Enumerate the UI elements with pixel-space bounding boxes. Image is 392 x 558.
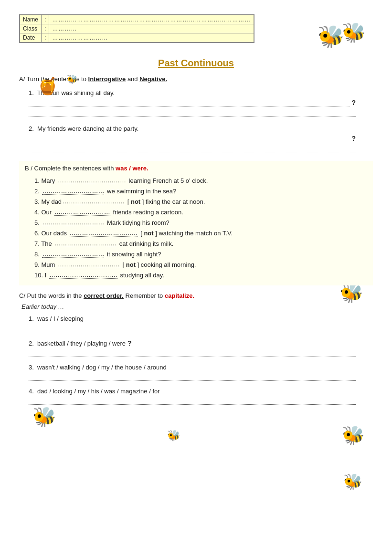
section-b-item-3: 3. My dad………………………… [ not ] fixing the c… <box>34 198 367 205</box>
section-a-dotted-2a <box>29 135 350 142</box>
class-label: Class <box>20 24 42 33</box>
section-c-item-2: 2. basketball / they / playing / were ? <box>29 339 373 357</box>
section-b-pre-1: Mary <box>41 177 57 184</box>
section-b-post-5: Mark tidying his room? <box>105 219 169 226</box>
section-c-item-4: 4. dad / looking / my / his / was / maga… <box>29 388 373 405</box>
page-title: Past Continuous <box>158 58 234 68</box>
section-c: C/ Put the words in the correct order. R… <box>19 292 373 405</box>
section-a-line2a: ? <box>29 135 356 142</box>
section-b-post-2: we swimming in the sea? <box>105 188 176 195</box>
section-a-dotted-1a <box>29 99 350 106</box>
section-b-post-3: [ not ] fixing the car at noon. <box>126 198 205 205</box>
bee-left-c: 🐝 <box>32 406 56 428</box>
section-b-pre-9: Mum <box>41 261 57 268</box>
section-b-post-7: cat drinking its milk. <box>117 240 173 247</box>
section-b-item-8: 8. ………………………… it snowing all night? <box>34 250 367 258</box>
section-b-item-7: 7. The ………………………… cat drinking its milk. <box>34 240 367 247</box>
section-b-blank-6: …………………………… <box>70 229 138 237</box>
section-b-pre-7: The <box>41 240 53 247</box>
section-c-correct: correct order. <box>84 292 124 299</box>
section-b-pre-4: Our <box>41 209 53 216</box>
section-b: B / Complete the sentences with was / we… <box>19 161 373 285</box>
section-c-sentence-2: 2. basketball / they / playing / were ? <box>29 339 373 347</box>
section-b-label: B / Complete the sentences with was / we… <box>25 165 367 172</box>
section-c-item-3: 3. wasn't / walking / dog / my / the hou… <box>29 364 373 381</box>
section-c-capitalize: capitalize. <box>165 292 194 299</box>
section-a-interrogative: Interrogative <box>88 75 126 83</box>
section-b-blank-5: ………………………… <box>42 219 104 226</box>
bee-small-c: 🐝 <box>167 430 180 442</box>
section-a-sentence-2: 2. My friends were dancing at the party. <box>29 125 373 132</box>
section-c-label: C/ Put the words in the correct order. R… <box>19 292 373 299</box>
bee-right-c: 🐝 <box>342 425 364 446</box>
section-b-post-4: friends reading a cartoon. <box>111 209 183 216</box>
section-b-blank-7: ………………………… <box>54 240 117 247</box>
date-colon: : <box>42 33 49 42</box>
section-b-pre-6: Our dads <box>41 230 68 237</box>
section-b-pre-10: I <box>45 272 48 279</box>
section-a-exercise: 1. The sun was shining all day. ? 2. My … <box>19 89 373 152</box>
section-c-sentence-3: 3. wasn't / walking / dog / my / the hou… <box>29 364 373 371</box>
section-c-line-2 <box>29 349 356 357</box>
section-c-sentence-1: 1. was / I / sleeping <box>29 315 373 322</box>
section-b-item-4: 4. Our ……………………… friends reading a carto… <box>34 208 367 216</box>
section-b-post-8: it snowing all night? <box>105 251 161 258</box>
section-b-item-9: 9. Mum ………………………… [ not ] cooking all mo… <box>34 261 367 268</box>
section-c-item-1: 1. was / I / sleeping <box>29 315 373 332</box>
section-b-post-1: learning French at 5 o' clock. <box>127 177 208 184</box>
name-colon: : <box>42 15 49 24</box>
section-c-sentence-4: 4. dad / looking / my / his / was / maga… <box>29 388 373 395</box>
section-b-item-1: 1. Mary …………………………… learning French at 5… <box>34 177 367 184</box>
date-value: ……………………… <box>49 33 254 42</box>
section-a-qmark-2: ? <box>350 135 356 142</box>
date-label: Date <box>20 33 42 42</box>
bee-decoration-top-right: 🐝 <box>318 24 344 49</box>
beehive-decoration: 🍯 <box>37 76 58 96</box>
bee-small-top: 🐝 <box>67 74 77 84</box>
section-a-sentence-1: 1. The sun was shining all day. <box>29 89 373 96</box>
class-value: ………… <box>49 24 254 33</box>
section-b-blank-4: ……………………… <box>54 208 110 216</box>
bee-decoration-top-right2: 🐝 <box>342 21 366 44</box>
section-a-mid: and <box>126 75 139 83</box>
section-b-blank-1: …………………………… <box>58 177 126 184</box>
section-b-blank-2: ………………………… <box>42 187 104 195</box>
section-b-item-6: 6. Our dads …………………………… [ not ] watching… <box>34 229 367 237</box>
section-a-line1a: ? <box>29 99 356 106</box>
section-b-item-2: 2. ………………………… we swimming in the sea? <box>34 187 367 195</box>
name-value: …………………………………………………………………………………… <box>49 15 254 24</box>
name-label: Name <box>20 15 42 24</box>
section-b-post-9: [ not ] cooking all morning. <box>121 261 196 268</box>
section-c-earlier: Earlier today … <box>21 303 373 310</box>
section-c-line-1 <box>29 325 356 332</box>
title-section: Past Continuous <box>19 58 373 69</box>
section-b-blank-3: ………………………… <box>63 198 125 205</box>
section-a-dotted-1b <box>29 109 356 116</box>
section-b-was-were: was / were. <box>116 165 148 172</box>
section-b-item-10: 10. I …………………………… studying all day. <box>34 271 367 279</box>
section-b-item-5: 5. ………………………… Mark tidying his room? <box>34 219 367 226</box>
section-b-blank-8: ………………………… <box>42 250 104 258</box>
section-c-line-4 <box>29 397 356 405</box>
section-a-qmark-1: ? <box>350 99 356 106</box>
section-b-blank-10: …………………………… <box>49 271 117 279</box>
section-a-dotted-2b <box>29 145 356 152</box>
bee-right-c2: 🐝 <box>343 473 362 491</box>
section-a-item-1: 1. The sun was shining all day. ? <box>29 89 373 116</box>
section-b-post-6: [ not ] watching the match on T.V. <box>139 230 233 237</box>
section-a-negative: Negative. <box>139 75 167 83</box>
section-a-item-2: 2. My friends were dancing at the party.… <box>29 125 373 152</box>
section-b-blank-9: ………………………… <box>58 261 120 268</box>
section-b-pre-3: My dad <box>41 198 62 205</box>
section-c-line-3 <box>29 373 356 381</box>
info-table: Name : …………………………………………………………………………………… … <box>19 14 254 43</box>
section-b-post-10: studying all day. <box>118 272 164 279</box>
class-colon: : <box>42 24 49 33</box>
